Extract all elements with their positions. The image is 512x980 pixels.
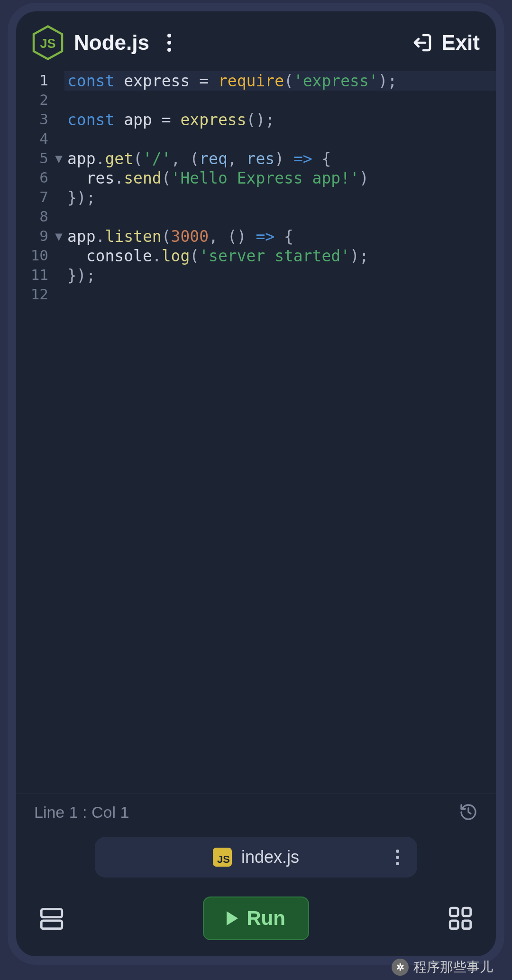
- line-number: 12: [16, 285, 53, 305]
- js-file-icon: JS: [213, 848, 232, 867]
- code-line[interactable]: [64, 207, 496, 227]
- line-number: 1: [16, 71, 53, 91]
- code-line[interactable]: const app = express();: [64, 110, 496, 129]
- line-number: 7: [16, 188, 53, 207]
- line-number-gutter: 123456789101112: [16, 70, 53, 794]
- line-number: 10: [16, 246, 53, 266]
- header-left: JS Node.js: [32, 25, 175, 61]
- bottom-toolbar: Run: [16, 884, 496, 956]
- fold-marker: [53, 91, 64, 110]
- line-number: 2: [16, 91, 53, 110]
- cursor-position: Line 1 : Col 1: [34, 803, 129, 822]
- app-frame: JS Node.js Exit 123456789101112 ▼▼ const…: [8, 3, 504, 965]
- svg-rect-3: [41, 909, 62, 917]
- fold-marker[interactable]: ▼: [53, 149, 64, 168]
- line-number: 11: [16, 266, 53, 285]
- watermark: ✲ 程序那些事儿: [392, 958, 493, 976]
- line-number: 9: [16, 227, 53, 246]
- code-line[interactable]: [64, 91, 496, 110]
- fold-marker: [53, 207, 64, 227]
- exit-button[interactable]: Exit: [410, 31, 480, 55]
- fold-marker[interactable]: ▼: [53, 227, 64, 246]
- code-line[interactable]: console.log('server started');: [64, 246, 496, 266]
- fold-gutter[interactable]: ▼▼: [53, 70, 64, 794]
- fold-marker: [53, 110, 64, 129]
- fold-marker: [53, 246, 64, 266]
- panel-layout-icon[interactable]: [38, 905, 65, 932]
- wechat-icon: ✲: [392, 959, 409, 976]
- code-line[interactable]: [64, 129, 496, 149]
- fold-marker: [53, 188, 64, 207]
- fold-marker: [53, 266, 64, 285]
- grid-apps-icon[interactable]: [447, 905, 474, 932]
- svg-rect-8: [463, 921, 471, 929]
- fold-marker: [53, 168, 64, 188]
- line-number: 8: [16, 207, 53, 227]
- watermark-text: 程序那些事儿: [413, 958, 493, 976]
- line-number: 6: [16, 168, 53, 188]
- more-menu-icon[interactable]: [164, 30, 175, 55]
- line-number: 4: [16, 129, 53, 149]
- svg-rect-5: [450, 908, 458, 916]
- play-icon: [227, 911, 238, 925]
- exit-label: Exit: [441, 31, 480, 55]
- page-title: Node.js: [74, 31, 149, 55]
- file-tab-row: JS index.js: [16, 830, 496, 884]
- svg-rect-4: [41, 921, 62, 929]
- code-line[interactable]: [64, 285, 496, 305]
- file-name: index.js: [241, 847, 299, 867]
- line-number: 5: [16, 149, 53, 168]
- fold-marker: [53, 129, 64, 149]
- fold-marker: [53, 285, 64, 305]
- code-line[interactable]: });: [64, 188, 496, 207]
- line-number: 3: [16, 110, 53, 129]
- exit-icon: [410, 31, 433, 54]
- run-label: Run: [247, 907, 285, 930]
- svg-text:JS: JS: [40, 37, 55, 51]
- code-line[interactable]: });: [64, 266, 496, 285]
- svg-rect-6: [463, 908, 471, 916]
- fold-marker: [53, 71, 64, 91]
- code-line[interactable]: const express = require('express');: [64, 71, 496, 91]
- file-tab[interactable]: JS index.js: [95, 837, 417, 878]
- code-editor[interactable]: 123456789101112 ▼▼ const express = requi…: [16, 70, 496, 794]
- history-icon[interactable]: [459, 803, 478, 822]
- file-more-icon[interactable]: [391, 845, 404, 870]
- status-bar: Line 1 : Col 1: [16, 794, 496, 830]
- run-button[interactable]: Run: [203, 897, 309, 940]
- svg-rect-7: [450, 921, 458, 929]
- code-area[interactable]: const express = require('express');const…: [64, 70, 496, 794]
- code-line[interactable]: app.get('/', (req, res) => {: [64, 149, 496, 168]
- nodejs-logo-icon: JS: [32, 25, 64, 61]
- code-line[interactable]: res.send('Hello Express app!'): [64, 168, 496, 188]
- header-bar: JS Node.js Exit: [16, 11, 496, 70]
- code-line[interactable]: app.listen(3000, () => {: [64, 227, 496, 246]
